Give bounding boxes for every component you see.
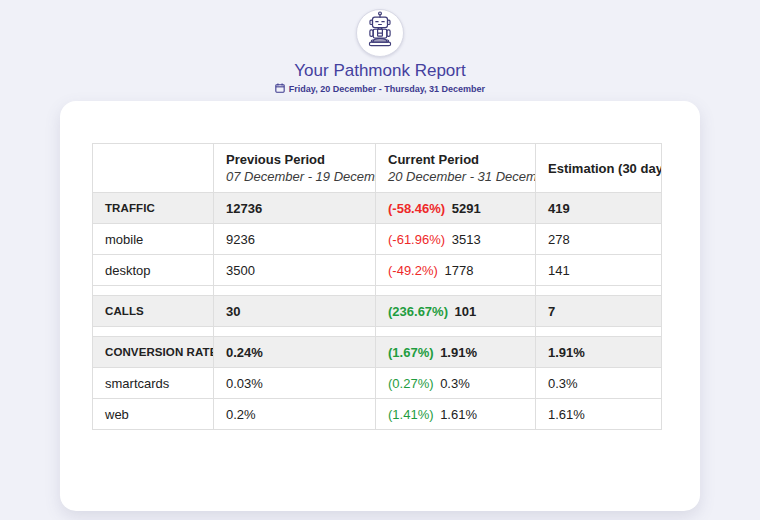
row-label-cell: smartcards: [93, 368, 214, 399]
report-date-range: Friday, 20 December - Thursday, 31 Decem…: [275, 83, 485, 96]
row-label-cell: web: [93, 399, 214, 430]
column-subtitle: 20 December - 31 December: [388, 168, 523, 185]
pathmonk-logo: [356, 9, 404, 57]
report-header: Your Pathmonk Report Friday, 20 December…: [0, 0, 760, 96]
current-value: 1.91%: [437, 345, 477, 360]
estimation-value-cell: 419: [536, 193, 662, 224]
meditating-robot-icon: [361, 11, 399, 55]
current-value-cell: (236.67%) 101: [376, 296, 536, 327]
current-value: 1.61%: [437, 407, 477, 422]
row-label-cell: CONVERSION RATE: [93, 337, 214, 368]
current-value-cell: (-61.96%) 3513: [376, 224, 536, 255]
table-spacer-row: [93, 286, 662, 296]
table-spacer-row: [93, 327, 662, 337]
previous-value-cell: 3500: [214, 255, 376, 286]
table-row-mobile: mobile9236(-61.96%) 3513278: [93, 224, 662, 255]
spacer-cell: [376, 286, 536, 296]
previous-value-cell: 0.03%: [214, 368, 376, 399]
current-value-cell: (-58.46%) 5291: [376, 193, 536, 224]
previous-value-cell: 12736: [214, 193, 376, 224]
date-range-label: Friday, 20 December - Thursday, 31 Decem…: [289, 84, 485, 95]
previous-value-cell: 9236: [214, 224, 376, 255]
column-header-previous-period: Previous Period 07 December - 19 Decembe…: [214, 144, 376, 193]
current-value: 5291: [448, 201, 481, 216]
delta-percent: (1.41%): [388, 407, 434, 422]
table-row-calls: CALLS30(236.67%) 1017: [93, 296, 662, 327]
delta-percent: (1.67%): [388, 345, 434, 360]
column-subtitle: 07 December - 19 December: [226, 168, 363, 185]
report-table: Previous Period 07 December - 19 Decembe…: [92, 143, 662, 430]
report-table-head: Previous Period 07 December - 19 Decembe…: [93, 144, 662, 193]
delta-percent: (236.67%): [388, 304, 448, 319]
calendar-icon: [275, 83, 285, 96]
current-value: 0.3%: [437, 376, 470, 391]
row-label-cell: mobile: [93, 224, 214, 255]
current-value-cell: (1.67%) 1.91%: [376, 337, 536, 368]
current-value-cell: (0.27%) 0.3%: [376, 368, 536, 399]
spacer-cell: [93, 327, 214, 337]
row-label-cell: CALLS: [93, 296, 214, 327]
table-row-conversion-rate: CONVERSION RATE0.24%(1.67%) 1.91%1.91%: [93, 337, 662, 368]
estimation-value-cell: 0.3%: [536, 368, 662, 399]
column-title: Current Period: [388, 151, 523, 168]
previous-value-cell: 30: [214, 296, 376, 327]
current-value: 3513: [448, 232, 481, 247]
spacer-cell: [536, 286, 662, 296]
row-label-cell: desktop: [93, 255, 214, 286]
column-header-empty: [93, 144, 214, 193]
previous-value-cell: 0.24%: [214, 337, 376, 368]
report-table-body: TRAFFIC12736(-58.46%) 5291419mobile9236(…: [93, 193, 662, 430]
spacer-cell: [93, 286, 214, 296]
estimation-value-cell: 278: [536, 224, 662, 255]
delta-percent: (-61.96%): [388, 232, 445, 247]
delta-percent: (-49.2%): [388, 263, 438, 278]
estimation-value-cell: 1.91%: [536, 337, 662, 368]
row-label-cell: TRAFFIC: [93, 193, 214, 224]
table-row-web: web0.2%(1.41%) 1.61%1.61%: [93, 399, 662, 430]
previous-value-cell: 0.2%: [214, 399, 376, 430]
spacer-cell: [376, 327, 536, 337]
column-title: Previous Period: [226, 151, 363, 168]
delta-percent: (0.27%): [388, 376, 434, 391]
spacer-cell: [214, 327, 376, 337]
table-row-smartcards: smartcards0.03%(0.27%) 0.3%0.3%: [93, 368, 662, 399]
current-value-cell: (-49.2%) 1778: [376, 255, 536, 286]
estimation-value-cell: 7: [536, 296, 662, 327]
current-value: 101: [451, 304, 476, 319]
column-header-estimation: Estimation (30 days): [536, 144, 662, 193]
spacer-cell: [214, 286, 376, 296]
table-row-traffic: TRAFFIC12736(-58.46%) 5291419: [93, 193, 662, 224]
table-row-desktop: desktop3500(-49.2%) 1778141: [93, 255, 662, 286]
column-header-current-period: Current Period 20 December - 31 December: [376, 144, 536, 193]
estimation-value-cell: 1.61%: [536, 399, 662, 430]
report-card: Previous Period 07 December - 19 Decembe…: [60, 101, 700, 511]
page-title: Your Pathmonk Report: [294, 61, 465, 81]
column-title: Estimation (30 days): [548, 160, 649, 177]
current-value-cell: (1.41%) 1.61%: [376, 399, 536, 430]
estimation-value-cell: 141: [536, 255, 662, 286]
spacer-cell: [536, 327, 662, 337]
table-header-row: Previous Period 07 December - 19 Decembe…: [93, 144, 662, 193]
current-value: 1778: [441, 263, 474, 278]
delta-percent: (-58.46%): [388, 201, 445, 216]
